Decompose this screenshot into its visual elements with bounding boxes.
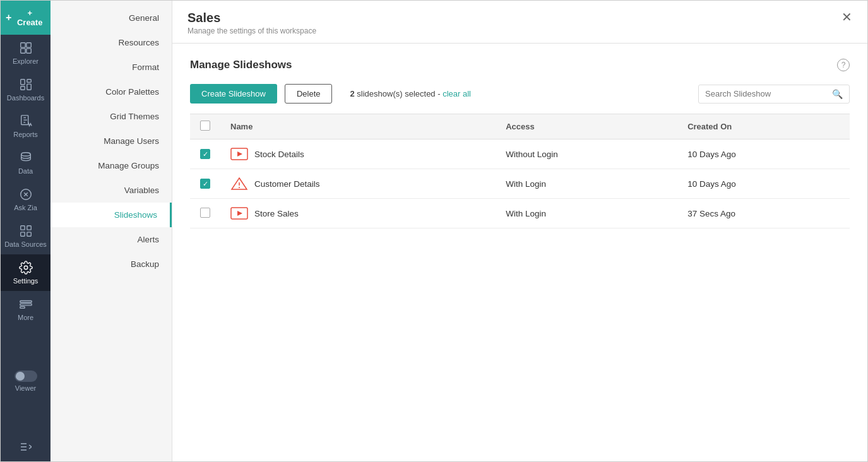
svg-point-18 — [24, 266, 28, 270]
app-window: + + Create Explorer Dashboards Reports — [0, 0, 868, 462]
selection-text: slideshow(s) selected - — [357, 89, 443, 98]
toolbar: Create Slideshow Delete 2 slideshow(s) s… — [190, 84, 850, 104]
row-name-container: Stock Details — [230, 147, 485, 161]
table-body: ✓ Stock Detail — [190, 139, 850, 228]
main-content: Sales Manage the settings of this worksp… — [172, 1, 867, 461]
sidebar-item-label: Data Sources — [4, 240, 47, 248]
svg-rect-0 — [20, 43, 25, 47]
slideshows-table: Name Access Created On ✓ — [190, 114, 850, 228]
close-button[interactable]: ✕ — [841, 11, 852, 23]
row-created-on: 10 Days Ago — [677, 169, 850, 199]
toggle-knob — [16, 372, 25, 381]
search-box: 🔍 — [698, 85, 850, 104]
reports-icon — [19, 114, 33, 128]
sidebar-item-dashboards[interactable]: Dashboards — [1, 71, 51, 108]
section-title: Manage Slideshows — [190, 59, 292, 71]
slideshow-icon — [230, 147, 248, 161]
workspace-subtitle: Manage the settings of this workspace — [187, 27, 316, 35]
selection-count: 2 — [350, 89, 354, 98]
viewer-toggle[interactable]: Viewer — [12, 365, 40, 397]
slideshow-icon — [230, 206, 248, 220]
row-checkbox[interactable]: ✓ — [200, 179, 210, 189]
svg-rect-4 — [20, 80, 24, 85]
search-input[interactable] — [705, 89, 828, 98]
row-checkbox-cell[interactable] — [190, 199, 220, 228]
zia-icon — [19, 187, 33, 201]
settings-menu-item-color-palettes[interactable]: Color Palettes — [51, 80, 172, 104]
header-checkbox-col — [190, 114, 220, 139]
svg-rect-5 — [27, 80, 30, 83]
sidebar: + + Create Explorer Dashboards Reports — [1, 1, 51, 461]
delete-button[interactable]: Delete — [285, 84, 333, 104]
settings-menu-item-resources[interactable]: Resources — [51, 30, 172, 55]
row-access: With Login — [496, 199, 677, 228]
clear-all-link[interactable]: clear all — [443, 89, 471, 98]
row-access: Without Login — [496, 139, 677, 169]
row-checkbox[interactable] — [200, 208, 210, 218]
sidebar-item-data[interactable]: Data — [1, 145, 51, 181]
table-row: ✓ Stock Detail — [190, 139, 850, 169]
header-name: Name — [220, 114, 496, 139]
row-checkbox[interactable]: ✓ — [200, 149, 210, 159]
row-name: Stock Details — [254, 150, 304, 159]
svg-rect-21 — [20, 307, 24, 309]
svg-rect-19 — [20, 301, 31, 303]
checkmark-icon: ✓ — [203, 181, 208, 187]
collapse-button[interactable] — [13, 435, 39, 461]
explorer-icon — [19, 41, 33, 55]
settings-menu: General Resources Format Color Palettes … — [51, 1, 172, 461]
header-access: Access — [496, 114, 677, 139]
sidebar-item-label: Explorer — [13, 57, 39, 65]
settings-menu-item-variables[interactable]: Variables — [51, 178, 172, 203]
workspace-title: Sales — [187, 11, 316, 25]
sidebar-item-settings[interactable]: Settings — [1, 254, 51, 291]
slideshow-icon — [230, 177, 248, 191]
plus-icon: + — [6, 12, 11, 23]
row-checkbox-cell[interactable]: ✓ — [190, 169, 220, 199]
table-row: ✓ — [190, 169, 850, 199]
settings-menu-item-backup[interactable]: Backup — [51, 252, 172, 276]
row-access: With Login — [496, 169, 677, 199]
row-created-on: 37 Secs Ago — [677, 199, 850, 228]
sidebar-item-label: Data — [18, 167, 33, 175]
more-icon — [19, 297, 33, 311]
sidebar-item-more[interactable]: More — [1, 291, 51, 328]
svg-rect-15 — [27, 226, 30, 230]
svg-rect-7 — [27, 84, 30, 90]
sidebar-item-data-sources[interactable]: Data Sources — [1, 218, 51, 254]
workspace-info: Sales Manage the settings of this worksp… — [187, 11, 316, 35]
svg-point-29 — [239, 187, 240, 188]
viewer-label: Viewer — [15, 384, 36, 392]
checkmark-icon: ✓ — [203, 151, 208, 158]
data-icon — [19, 151, 33, 165]
table-header: Name Access Created On — [190, 114, 850, 139]
select-all-checkbox[interactable] — [200, 121, 210, 131]
create-button[interactable]: + + Create — [1, 1, 51, 35]
play-icon — [230, 207, 248, 220]
settings-menu-item-manage-groups[interactable]: Manage Groups — [51, 153, 172, 178]
settings-menu-item-general[interactable]: General — [51, 6, 172, 30]
sidebar-item-reports[interactable]: Reports — [1, 108, 51, 145]
svg-point-12 — [21, 153, 30, 157]
settings-menu-item-manage-users[interactable]: Manage Users — [51, 129, 172, 153]
settings-menu-item-alerts[interactable]: Alerts — [51, 227, 172, 252]
viewer-switch[interactable] — [15, 370, 37, 382]
settings-menu-item-slideshows[interactable]: Slideshows — [51, 203, 172, 227]
svg-rect-14 — [20, 226, 24, 230]
settings-menu-item-format[interactable]: Format — [51, 55, 172, 80]
svg-rect-16 — [20, 232, 24, 236]
alert-icon — [230, 177, 248, 191]
dashboards-icon — [19, 78, 33, 92]
sidebar-item-label: Reports — [13, 131, 38, 138]
sidebar-item-ask-zia[interactable]: Ask Zia — [1, 181, 51, 218]
settings-icon — [19, 261, 33, 275]
sidebar-item-explorer[interactable]: Explorer — [1, 35, 51, 71]
help-icon[interactable]: ? — [837, 59, 850, 71]
row-name: Customer Details — [254, 179, 320, 189]
row-checkbox-cell[interactable]: ✓ — [190, 139, 220, 169]
svg-rect-17 — [27, 232, 30, 236]
create-slideshow-button[interactable]: Create Slideshow — [190, 84, 277, 104]
row-name-cell: Stock Details — [220, 139, 496, 169]
datasources-icon — [19, 224, 33, 238]
settings-menu-item-grid-themes[interactable]: Grid Themes — [51, 104, 172, 129]
